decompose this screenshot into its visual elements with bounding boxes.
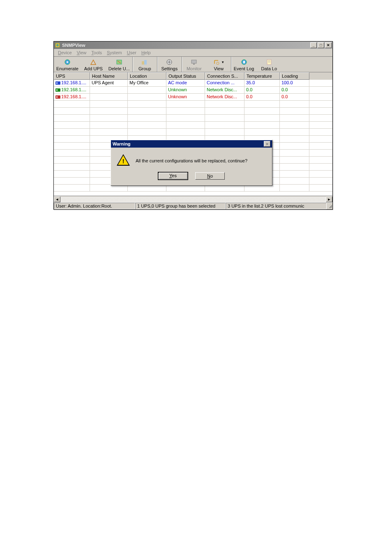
table-row-empty [54,108,332,115]
cell-temperature: 0.0 [244,94,280,100]
cell-location [128,87,166,93]
ups-status-icon [55,95,60,99]
ups-grid: UPSHost NameLocationOutput StatusConnect… [54,72,332,196]
cell-output-status: AC mode [166,80,205,86]
toolbar-view-label: View [214,66,224,71]
status-bar: User: Admin. Location:Root. 1 UPS,0 UPS … [54,202,332,209]
dialog-message: All the current configurations will be r… [136,158,247,163]
cell-loading: 0.0 [280,94,309,100]
column-header-ups[interactable]: UPS [54,72,90,80]
status-selection: 1 UPS,0 UPS group has been selected [135,203,226,209]
close-window-button[interactable]: ✕ [325,42,332,48]
deleteU-icon [115,58,123,66]
menu-bar: DeviceViewToolsSystemUserHelp [54,49,332,57]
menu-help[interactable]: Help [139,50,153,56]
cell-location [128,94,166,100]
ups-status-icon [55,81,60,85]
main-window: SNMPView _ □ ✕ DeviceViewToolsSystemUser… [53,41,333,210]
svg-rect-6 [142,61,144,65]
svg-point-3 [67,61,68,63]
scroll-right-button[interactable]: ► [326,197,332,202]
dialog-yes-button[interactable]: Yes [158,172,188,180]
minimize-button[interactable]: _ [310,42,317,48]
svg-rect-22 [56,96,58,98]
toolbar-view[interactable]: ▼ View [207,57,231,72]
toolbar-settings[interactable]: Settings [157,57,182,72]
svg-rect-21 [55,95,60,99]
settings-icon [166,58,173,66]
toolbar-eventLog[interactable]: Event Log [231,57,257,72]
svg-rect-10 [193,64,195,65]
menu-system[interactable]: System [104,50,125,56]
menu-device[interactable]: Device [55,50,74,56]
eventLog-icon [240,58,248,66]
svg-rect-19 [55,88,60,92]
column-header-hostName[interactable]: Host Name [90,72,128,80]
svg-rect-18 [56,82,58,84]
group-icon [141,58,148,66]
table-row-empty [54,129,332,136]
enumerate-icon [64,58,71,66]
svg-rect-9 [191,60,196,63]
toolbar-group[interactable]: Group [133,57,157,72]
dataLo-icon [265,58,273,66]
table-row[interactable]: 192.168.1.... Unknown Network Disc... 0.… [54,94,332,101]
svg-point-11 [217,62,219,65]
status-user-location: User: Admin. Location:Root. [54,203,135,209]
svg-point-1 [56,44,59,46]
toolbar-deleteU[interactable]: Delete U... [106,57,133,72]
column-header-outputStatus[interactable]: Output Status [166,72,205,80]
grid-header: UPSHost NameLocationOutput StatusConnect… [54,72,332,80]
column-header-loading[interactable]: Loading [280,72,309,80]
dialog-no-button[interactable]: No [195,172,225,180]
toolbar: Enumerate Add UPS Delete U... Group Sett… [54,57,332,72]
cell-output-status: Unknown [166,87,205,93]
cell-temperature: 0.0 [244,87,280,93]
maximize-button[interactable]: □ [318,42,324,48]
toolbar-addUps-label: Add UPS [84,66,103,71]
column-header-location[interactable]: Location [128,72,166,80]
horizontal-scrollbar[interactable]: ◄ ► [54,196,332,202]
cell-loading: 100.0 [280,80,309,86]
cell-ups: 192.168.1.... [54,87,90,93]
resize-grip-icon[interactable] [327,203,332,208]
table-row-empty [54,115,332,122]
menu-user[interactable]: User [125,50,139,56]
toolbar-monitor[interactable]: Monitor [182,57,207,72]
cell-connection: Network Disc... [205,87,244,93]
table-row[interactable]: 192.168.1.... Unknown Network Disc... 0.… [54,87,332,94]
toolbar-dataLo[interactable]: Data Lo [257,57,281,72]
toolbar-settings-label: Settings [161,66,178,71]
table-row-empty [54,101,332,108]
cell-ups: 192.168.1.... [54,80,90,86]
toolbar-enumerate[interactable]: Enumerate [54,57,81,72]
dialog-close-button[interactable]: ✕ [264,141,270,147]
app-icon [55,42,60,48]
toolbar-deleteU-label: Delete U... [108,66,130,71]
menu-view[interactable]: View [74,50,89,56]
table-row-empty [54,122,332,129]
cell-loading: 0.0 [280,87,309,93]
cell-hostname [90,94,128,100]
cell-location: My Office [128,80,166,86]
toolbar-monitor-label: Monitor [187,66,202,71]
addUps-icon [90,58,97,66]
cell-hostname [90,87,128,93]
scroll-track[interactable] [60,197,326,202]
cell-ups: 192.168.1.... [54,94,90,100]
warning-dialog: Warning ✕ ! All the current configuratio… [111,140,272,186]
scroll-left-button[interactable]: ◄ [54,197,60,202]
toolbar-addUps[interactable]: Add UPS [81,57,106,72]
cell-temperature: 35.0 [244,80,280,86]
cell-connection: Network Disc... [205,94,244,100]
cell-output-status: Unknown [166,94,205,100]
window-title: SNMPView [62,43,310,48]
menu-tools[interactable]: Tools [89,50,104,56]
toolbar-dataLo-label: Data Lo [261,66,277,71]
table-row[interactable]: 192.168.1.... UPS Agent My Office AC mod… [54,80,332,87]
dialog-title-bar: Warning ✕ [111,140,272,148]
column-header-connectionS[interactable]: Connection S... [205,72,244,80]
warning-icon: ! [117,154,130,167]
monitor-icon [190,58,198,66]
column-header-temperature[interactable]: Temperature [244,72,280,80]
